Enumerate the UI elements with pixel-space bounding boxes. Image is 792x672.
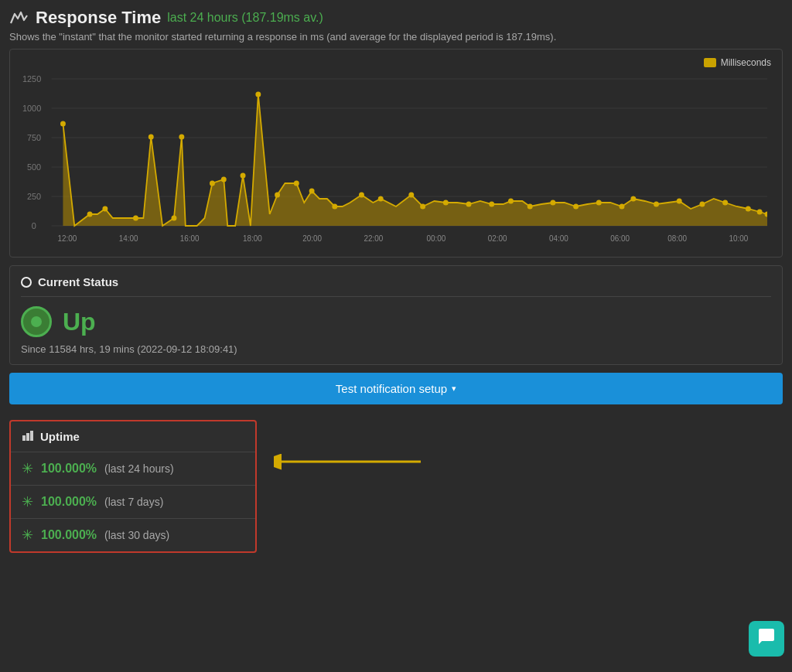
svg-point-25 <box>275 193 280 198</box>
green-star-30d: ✳ <box>22 527 33 544</box>
current-status-label: Current Status <box>38 275 118 288</box>
svg-point-20 <box>179 135 184 140</box>
uptime-percent-7d: 100.000% <box>41 495 97 509</box>
svg-text:02:00: 02:00 <box>488 234 507 243</box>
uptime-row-24h: ✳ 100.000% (last 24 hours) <box>11 452 255 486</box>
chart-legend: Milliseconds <box>21 57 771 68</box>
svg-point-28 <box>332 204 337 210</box>
svg-point-39 <box>573 204 579 210</box>
response-time-icon <box>9 8 29 28</box>
svg-point-22 <box>221 177 227 182</box>
status-since-text: Since 11584 hrs, 19 mins (2022-09-12 18:… <box>21 343 771 355</box>
svg-text:16:00: 16:00 <box>180 234 200 243</box>
svg-point-32 <box>420 204 425 210</box>
svg-text:1000: 1000 <box>22 104 41 113</box>
svg-text:0: 0 <box>32 221 36 230</box>
chart-container: Milliseconds 1250 1000 750 500 250 0 <box>9 49 783 258</box>
svg-rect-62 <box>22 435 26 441</box>
svg-point-43 <box>654 202 659 207</box>
svg-point-42 <box>630 196 636 202</box>
status-up-icon <box>21 306 52 337</box>
svg-marker-13 <box>63 94 767 226</box>
svg-text:08:00: 08:00 <box>667 234 687 243</box>
svg-point-38 <box>550 200 555 206</box>
arrow-annotation <box>274 446 428 480</box>
svg-point-33 <box>443 200 449 206</box>
uptime-section: Uptime ✳ 100.000% (last 24 hours) ✳ 100.… <box>9 420 257 553</box>
status-up-text: Up <box>63 308 96 336</box>
svg-text:12:00: 12:00 <box>58 234 77 243</box>
svg-text:10:00: 10:00 <box>729 234 749 243</box>
svg-point-29 <box>359 193 364 198</box>
svg-text:250: 250 <box>27 192 41 201</box>
svg-point-48 <box>757 210 763 215</box>
response-time-header: Response Time last 24 hours (187.19ms av… <box>9 8 783 28</box>
svg-rect-63 <box>26 433 29 441</box>
svg-text:06:00: 06:00 <box>610 234 630 243</box>
response-time-chart: 1250 1000 750 500 250 0 <box>21 71 771 249</box>
svg-text:14:00: 14:00 <box>119 234 138 243</box>
chart-title: Response Time <box>36 8 161 28</box>
svg-point-21 <box>210 181 215 186</box>
svg-point-34 <box>466 202 472 207</box>
uptime-row-7d: ✳ 100.000% (last 7 days) <box>11 486 255 519</box>
svg-text:1250: 1250 <box>22 74 41 84</box>
status-outline-dot <box>21 277 32 288</box>
svg-point-45 <box>699 202 705 207</box>
svg-point-49 <box>765 212 770 217</box>
svg-text:00:00: 00:00 <box>427 234 446 243</box>
svg-point-36 <box>508 199 514 204</box>
svg-point-23 <box>241 173 246 179</box>
chart-svg-wrapper: 1250 1000 750 500 250 0 <box>21 71 771 252</box>
response-time-title: Response Time last 24 hours (187.19ms av… <box>9 8 323 28</box>
current-status-section: Current Status Up Since 11584 hrs, 19 mi… <box>9 265 783 365</box>
svg-rect-64 <box>30 431 33 441</box>
uptime-percent-24h: 100.000% <box>41 462 97 476</box>
svg-point-47 <box>746 206 751 212</box>
svg-point-44 <box>677 199 682 204</box>
svg-point-17 <box>133 216 138 221</box>
green-star-7d: ✳ <box>22 493 33 510</box>
svg-point-15 <box>87 212 93 217</box>
test-notification-label: Test notification setup <box>336 382 447 395</box>
uptime-percent-30d: 100.000% <box>41 528 97 542</box>
dropdown-arrow-icon: ▾ <box>452 384 456 394</box>
uptime-title: Uptime <box>40 430 80 443</box>
uptime-section-header: Uptime <box>11 421 255 452</box>
green-star-24h: ✳ <box>22 460 33 477</box>
legend-label: Milliseconds <box>721 57 771 68</box>
svg-text:750: 750 <box>27 133 41 142</box>
response-time-badge: last 24 hours (187.19ms av.) <box>167 11 323 25</box>
chat-bubble-icon <box>757 627 776 650</box>
uptime-row-30d: ✳ 100.000% (last 30 days) <box>11 519 255 551</box>
svg-point-24 <box>255 92 261 97</box>
test-notification-button[interactable]: Test notification setup ▾ <box>9 373 783 404</box>
svg-point-27 <box>309 189 315 194</box>
response-time-subtitle: Shows the "instant" that the monitor sta… <box>9 31 783 43</box>
uptime-period-24h: (last 24 hours) <box>104 462 173 475</box>
svg-point-30 <box>378 196 384 202</box>
svg-point-31 <box>408 193 414 198</box>
legend-color-box <box>704 58 716 67</box>
svg-text:500: 500 <box>27 162 41 172</box>
svg-point-35 <box>489 202 494 207</box>
status-up-row: Up <box>21 306 771 337</box>
svg-point-41 <box>620 204 625 210</box>
svg-text:22:00: 22:00 <box>364 234 383 243</box>
svg-point-14 <box>60 121 66 127</box>
uptime-period-7d: (last 7 days) <box>104 496 163 508</box>
bar-chart-icon <box>22 429 34 444</box>
status-section-header: Current Status <box>21 275 771 297</box>
svg-point-19 <box>171 216 176 221</box>
svg-text:18:00: 18:00 <box>243 234 262 243</box>
svg-point-26 <box>294 181 299 186</box>
svg-point-16 <box>102 206 108 212</box>
chat-bubble-button[interactable] <box>749 621 784 657</box>
svg-point-40 <box>596 200 602 206</box>
svg-text:20:00: 20:00 <box>302 234 322 243</box>
svg-point-37 <box>527 204 533 210</box>
uptime-wrapper: Uptime ✳ 100.000% (last 24 hours) ✳ 100.… <box>0 412 792 561</box>
svg-text:04:00: 04:00 <box>549 234 568 243</box>
svg-point-18 <box>148 135 154 140</box>
uptime-period-30d: (last 30 days) <box>104 529 169 541</box>
